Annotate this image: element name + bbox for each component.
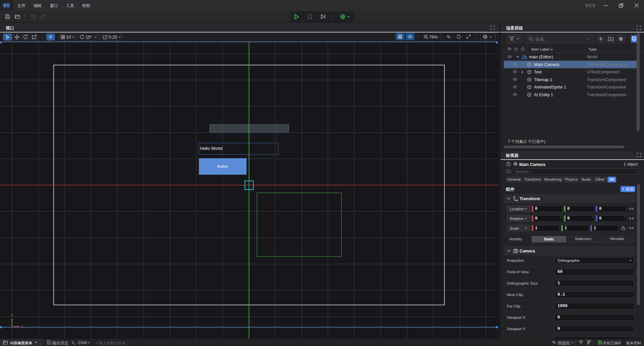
svg-text:TransformComponent: TransformComponent: [587, 62, 626, 67]
svg-text:TransformComponent: TransformComponent: [587, 85, 626, 90]
svg-text:TransformComponent: TransformComponent: [587, 77, 626, 82]
svg-text:AI Entity 1: AI Entity 1: [534, 93, 553, 97]
svg-text:TransformComponent: TransformComponent: [587, 93, 626, 97]
svg-text:X: X: [21, 325, 24, 329]
svg-text:Tilemap 1: Tilemap 1: [534, 77, 552, 82]
svg-text:Hello World: Hello World: [200, 146, 222, 151]
svg-text:Y: Y: [11, 313, 13, 318]
svg-text:World: World: [587, 55, 597, 59]
svg-text:Text: Text: [534, 70, 542, 74]
svg-text:Main Camera: Main Camera: [534, 62, 559, 67]
svg-text:AnimatedSprite 1: AnimatedSprite 1: [534, 85, 566, 90]
svg-text:main (Editor): main (Editor): [529, 55, 553, 59]
svg-text:UITextComponent: UITextComponent: [587, 70, 620, 74]
svg-text:Button: Button: [217, 164, 228, 168]
